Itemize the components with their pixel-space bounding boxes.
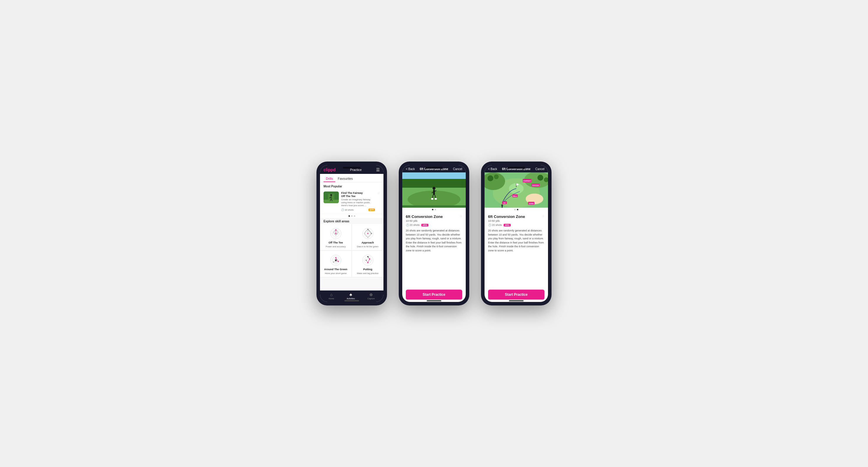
detail-fav-star[interactable]: ☆ [460, 214, 462, 218]
carousel-dots [320, 214, 383, 218]
skill-card-ott[interactable]: Off The Tee Power and accuracy [320, 224, 351, 250]
drill-meta: 🕐 10 shots OTT [341, 208, 375, 211]
drill-image-svg [323, 192, 339, 203]
scroll-area[interactable]: Most Popular [320, 182, 383, 291]
back-button[interactable]: < Back [406, 167, 415, 171]
golf-photo-svg [402, 172, 466, 205]
most-popular-title: Most Popular [320, 182, 383, 189]
phone3-clock-icon: 🕐 [488, 224, 491, 227]
phone-3: < Back 6ft Conversion Zone Cancel [481, 162, 552, 305]
map-dot-1 [514, 209, 516, 210]
svg-text:SAND: SAND [529, 203, 534, 204]
nav-capture[interactable]: ⊕ Capture [368, 292, 375, 300]
svg-rect-1 [323, 200, 339, 203]
svg-point-62 [435, 198, 437, 200]
detail-tag: ARG [422, 224, 428, 227]
phone-1: clippd Practice ☰ Drills Favourites Most… [316, 162, 387, 305]
phone-2: < Back 6ft Conversion Zone Cancel [399, 162, 469, 305]
image-dots [402, 208, 466, 211]
phone2-header: < Back 6ft Conversion Zone Cancel [402, 165, 466, 172]
svg-point-61 [431, 198, 433, 200]
phone3-back-button[interactable]: < Back [488, 167, 497, 171]
phone-1-screen: clippd Practice ☰ Drills Favourites Most… [320, 165, 383, 302]
tab-drills[interactable]: Drills [323, 176, 335, 182]
featured-drill-card[interactable]: Find The Fairway Off The Tee Create an i… [320, 189, 383, 213]
map-image-dots [485, 208, 548, 211]
app-logo: clippd [323, 167, 336, 172]
svg-text:ROUGH: ROUGH [532, 185, 539, 186]
skill-card-approach[interactable]: Approach Dial-in to hit the green [352, 224, 383, 250]
svg-point-3 [330, 194, 332, 196]
drill-range: 10-50 yds [406, 220, 443, 222]
screen-title: Practice [350, 168, 362, 171]
clock-icon-detail: 🕐 [406, 224, 409, 227]
nav-capture-label: Capture [368, 298, 375, 300]
activities-icon: ♣ [349, 292, 352, 297]
dot-3 [354, 215, 355, 217]
skill-grid: Off The Tee Power and accuracy [320, 224, 383, 277]
menu-icon[interactable]: ☰ [376, 167, 380, 172]
svg-text:Miss: Miss [513, 195, 517, 197]
svg-text:FAIRWAY: FAIRWAY [523, 180, 531, 182]
golf-course-map: FAIRWAY ROUGH Hit Miss SAND [485, 172, 548, 208]
nav-home-label: Home [329, 298, 334, 300]
nav-activities-label: Activities [347, 298, 355, 300]
skill-putting-name: Putting [363, 268, 372, 271]
phone-3-screen: < Back 6ft Conversion Zone Cancel [485, 165, 548, 302]
detail-shots: 🕐 20 shots [406, 224, 420, 227]
start-practice-button[interactable]: Start Practice [406, 290, 462, 300]
cancel-button[interactable]: Cancel [453, 167, 462, 171]
golf-photo [402, 172, 466, 208]
skill-approach-desc: Dial-in to hit the green [357, 245, 378, 248]
phone3-drill-range: 10-50 yds [488, 220, 525, 222]
hero-image [402, 172, 466, 208]
approach-icon [362, 227, 374, 240]
phone3-fav-star[interactable]: ☆ [542, 214, 545, 218]
tab-favourites[interactable]: Favourites [335, 176, 355, 182]
phone3-cancel-button[interactable]: Cancel [535, 167, 545, 171]
svg-point-33 [335, 259, 337, 261]
detail-content: 6ft Conversion Zone 10-50 yds ☆ 🕐 20 sho… [402, 211, 466, 287]
skill-atg-desc: Hone your short game [325, 272, 346, 275]
phone-2-screen: < Back 6ft Conversion Zone Cancel [402, 165, 466, 302]
phone3-detail-tag: ARG [504, 224, 511, 227]
drill-shots: 🕐 10 shots [341, 208, 353, 211]
capture-icon: ⊕ [369, 292, 373, 297]
skill-approach-name: Approach [362, 241, 374, 244]
skill-putting-desc: Make and lag practice [357, 272, 378, 275]
phone2-screen-title: 6ft Conversion Zone [420, 167, 448, 171]
drill-description: 20 shots are randomly generated at dista… [406, 229, 462, 253]
skill-ott-name: Off The Tee [329, 241, 343, 244]
nav-home[interactable]: ⌂ Home [329, 292, 334, 300]
phone3-header: < Back 6ft Conversion Zone Cancel [485, 165, 548, 172]
drill-sub: Off The Tee [341, 195, 375, 198]
skill-card-putting[interactable]: Putting Make and lag practice [352, 251, 383, 277]
svg-point-70 [537, 175, 543, 180]
nav-activities[interactable]: ♣ Activities [347, 292, 355, 300]
phone3-detail-meta: 🕐 20 shots ARG [488, 224, 545, 227]
svg-point-68 [488, 175, 493, 181]
atg-icon [330, 254, 342, 267]
ott-icon [330, 227, 342, 240]
phone1-header: clippd Practice ☰ [320, 165, 383, 174]
drill-tag: OTT [369, 208, 375, 211]
drill-desc: Create an imaginary fairway using trees … [341, 198, 375, 207]
putting-icon [362, 254, 374, 267]
dot-2 [351, 215, 352, 217]
bottom-nav: ⌂ Home ♣ Activities ⊕ Capture [320, 291, 383, 302]
phones-container: clippd Practice ☰ Drills Favourites Most… [316, 162, 552, 305]
phone3-detail-content: 6ft Conversion Zone 10-50 yds ☆ 🕐 20 sho… [485, 211, 548, 287]
phone3-drill-description: 20 shots are randomly generated at dista… [488, 229, 545, 253]
map-svg: FAIRWAY ROUGH Hit Miss SAND [485, 172, 548, 208]
detail-meta: 🕐 20 shots ARG [406, 224, 462, 227]
drill-name: Find The Fairway [341, 192, 375, 195]
favourite-star[interactable]: ☆ [377, 192, 380, 195]
phone3-drill-name: 6ft Conversion Zone [488, 214, 525, 219]
phone3-start-practice-button[interactable]: Start Practice [488, 290, 545, 300]
hero-map: FAIRWAY ROUGH Hit Miss SAND [485, 172, 548, 208]
explore-title: Explore skill areas [320, 218, 383, 224]
drill-detail-name: 6ft Conversion Zone [406, 214, 443, 219]
skill-card-atg[interactable]: Around The Green Hone your short game [320, 251, 351, 277]
home-icon: ⌂ [330, 292, 333, 297]
skill-atg-name: Around The Green [324, 268, 347, 271]
